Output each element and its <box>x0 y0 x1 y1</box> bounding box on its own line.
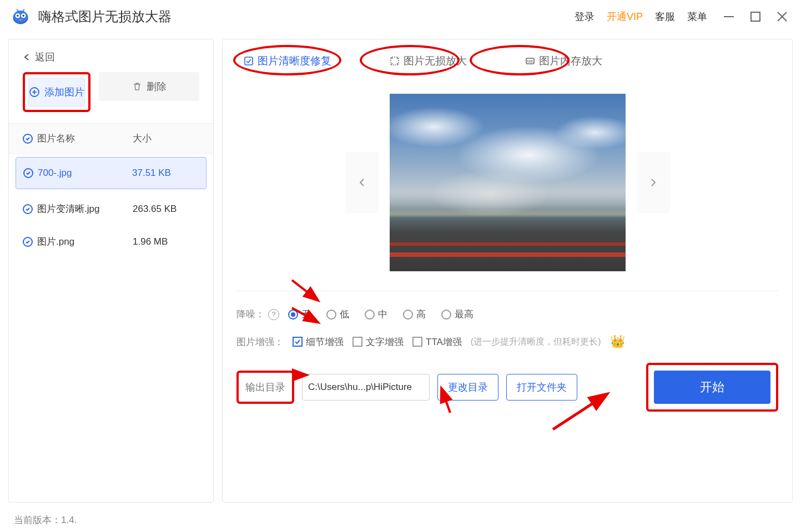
nav-login[interactable]: 登录 <box>575 10 595 23</box>
svg-rect-13 <box>245 57 253 65</box>
tab-icon: MB <box>525 55 536 67</box>
tab-2[interactable]: MB图片内存放大 <box>518 50 609 72</box>
crown-icon: 👑 <box>610 335 625 349</box>
open-folder-button[interactable]: 打开文件夹 <box>506 374 577 401</box>
nav-help[interactable]: 客服 <box>655 10 675 23</box>
maximize-button[interactable] <box>748 9 763 24</box>
close-button[interactable] <box>774 9 790 24</box>
help-icon[interactable]: ? <box>268 309 279 320</box>
app-logo <box>11 7 30 26</box>
minimize-button[interactable] <box>721 9 737 24</box>
noise-radio-最高[interactable]: 最高 <box>441 308 473 321</box>
plus-circle-icon <box>29 87 40 98</box>
noise-label: 降噪：? <box>236 308 279 321</box>
svg-text:MB: MB <box>527 59 533 63</box>
svg-line-18 <box>292 280 317 300</box>
image-preview <box>390 94 626 271</box>
back-button[interactable]: 返回 <box>9 50 213 72</box>
file-row[interactable]: 图片.png1.96 MB <box>9 225 213 258</box>
tab-icon <box>389 55 400 67</box>
noise-radio-高[interactable]: 高 <box>403 308 426 321</box>
change-dir-button[interactable]: 更改目录 <box>437 374 498 401</box>
noise-radio-中[interactable]: 中 <box>365 308 387 321</box>
tab-icon <box>243 55 254 67</box>
svg-point-4 <box>17 15 18 17</box>
enhance-label: 图片增强： <box>236 336 284 348</box>
delete-button[interactable]: 删除 <box>99 72 199 101</box>
output-dir-label: 输出目录 <box>240 374 291 401</box>
chevron-left-icon <box>23 53 31 61</box>
check-icon <box>23 237 33 247</box>
start-button[interactable]: 开始 <box>654 371 770 404</box>
next-image-button[interactable] <box>637 152 670 213</box>
noise-radio-无[interactable]: 无 <box>288 308 311 321</box>
prev-image-button[interactable] <box>345 152 379 213</box>
text-enhance-checkbox[interactable]: 文字增强 <box>352 336 404 348</box>
nav-vip[interactable]: 开通VIP <box>607 10 643 23</box>
svg-point-5 <box>22 15 24 17</box>
tab-1[interactable]: 图片无损放大 <box>382 50 473 72</box>
trash-icon <box>132 82 142 92</box>
file-row[interactable]: 700-.jpg37.51 KB <box>16 157 206 189</box>
noise-radio-低[interactable]: 低 <box>326 308 349 321</box>
nav-menu[interactable]: 菜单 <box>687 10 707 23</box>
check-icon <box>23 204 33 214</box>
detail-enhance-checkbox[interactable]: 细节增强 <box>293 336 344 348</box>
file-row[interactable]: 图片变清晰.jpg263.65 KB <box>9 192 213 225</box>
svg-rect-7 <box>751 12 760 21</box>
add-image-button[interactable]: 添加图片 <box>28 78 85 107</box>
tta-enhance-checkbox[interactable]: TTA增强 <box>412 336 462 348</box>
tab-0[interactable]: 图片清晰度修复 <box>236 50 338 72</box>
app-title: 嗨格式图片无损放大器 <box>38 8 575 26</box>
check-icon <box>23 168 33 178</box>
check-icon <box>23 134 33 144</box>
file-list-header: 图片名称 大小 <box>9 123 213 154</box>
version-footer: 当前版本：1.4. <box>0 508 801 532</box>
output-path-field[interactable]: C:\Users\hu...p\HiPicture <box>302 374 430 401</box>
enhance-hint: (进一步提升清晰度，但耗时更长) <box>471 336 601 348</box>
